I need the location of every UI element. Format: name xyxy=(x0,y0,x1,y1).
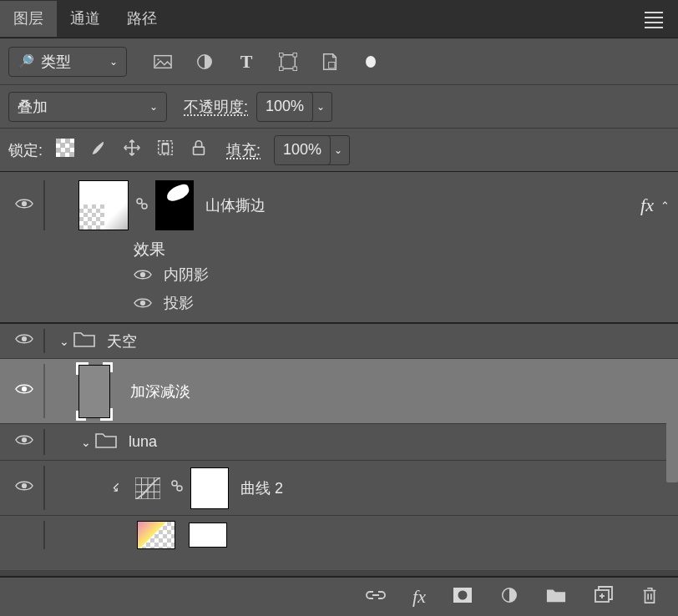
svg-rect-23 xyxy=(70,148,75,153)
opacity-value-field[interactable]: 100% xyxy=(256,92,313,122)
chevron-down-icon: ⌄ xyxy=(149,101,158,113)
folder-icon[interactable] xyxy=(95,431,117,453)
visibility-toggle-icon[interactable] xyxy=(134,268,152,281)
add-group-icon[interactable] xyxy=(546,586,566,608)
svg-rect-22 xyxy=(61,148,66,153)
filter-type-dropdown[interactable]: 🔍类型 ⌄ xyxy=(8,47,127,77)
svg-point-33 xyxy=(140,272,145,277)
lock-label: 锁定: xyxy=(8,140,43,160)
lock-transparent-icon[interactable] xyxy=(56,139,74,161)
visibility-toggle-icon[interactable] xyxy=(15,382,33,396)
svg-rect-7 xyxy=(293,66,297,70)
group-name[interactable]: 天空 xyxy=(107,331,137,351)
svg-point-49 xyxy=(458,590,468,599)
layer-mask-thumbnail[interactable] xyxy=(155,180,194,230)
visibility-toggle-icon[interactable] xyxy=(15,433,33,447)
svg-point-35 xyxy=(22,336,27,341)
blend-mode-dropdown[interactable]: 叠加 ⌄ xyxy=(8,92,167,122)
filter-smartobject-icon[interactable] xyxy=(319,53,341,71)
svg-rect-18 xyxy=(61,139,66,144)
filter-type-layer-icon[interactable]: T xyxy=(235,53,257,71)
svg-rect-16 xyxy=(61,153,66,158)
svg-rect-13 xyxy=(70,144,75,149)
svg-rect-21 xyxy=(65,144,70,149)
adjustment-curves-thumbnail[interactable] xyxy=(132,476,164,501)
svg-rect-20 xyxy=(56,144,61,149)
visibility-toggle-icon[interactable] xyxy=(134,296,152,310)
opacity-label[interactable]: 不透明度: xyxy=(184,97,248,117)
layer-mask-thumbnail[interactable] xyxy=(189,523,227,548)
add-layer-icon[interactable] xyxy=(593,586,613,608)
fill-chevron[interactable]: ⌄ xyxy=(327,135,350,165)
fx-collapse-chevron[interactable]: ⌃ xyxy=(660,199,670,212)
scrollbar-thumb[interactable] xyxy=(666,366,678,482)
lock-position-icon[interactable] xyxy=(123,139,141,161)
svg-rect-28 xyxy=(194,147,205,154)
filter-toggle-pill[interactable] xyxy=(361,53,376,71)
group-collapse-chevron[interactable]: ⌄ xyxy=(78,436,94,449)
svg-rect-10 xyxy=(56,139,61,144)
svg-rect-27 xyxy=(162,144,168,153)
lock-artboard-icon[interactable] xyxy=(156,139,175,161)
add-mask-icon[interactable] xyxy=(453,586,473,608)
fill-label[interactable]: 填充: xyxy=(226,140,261,160)
svg-point-29 xyxy=(22,200,27,205)
visibility-toggle-icon[interactable] xyxy=(15,479,33,492)
effect-inner-shadow[interactable]: 内阴影 xyxy=(164,265,209,285)
svg-rect-15 xyxy=(65,148,70,153)
fx-badge[interactable]: fx xyxy=(640,194,654,216)
tab-channels[interactable]: 通道 xyxy=(57,1,114,37)
svg-rect-19 xyxy=(70,139,75,144)
svg-line-32 xyxy=(141,203,143,204)
filter-type-label: 类型 xyxy=(41,52,71,72)
fill-value-field[interactable]: 100% xyxy=(274,135,331,165)
layer-thumbnail[interactable] xyxy=(78,365,110,418)
svg-rect-14 xyxy=(56,148,61,153)
lock-brush-icon[interactable] xyxy=(89,139,108,161)
link-icon[interactable] xyxy=(135,197,149,215)
svg-rect-25 xyxy=(65,153,70,158)
svg-rect-4 xyxy=(279,53,283,57)
panel-menu-icon[interactable] xyxy=(645,10,663,28)
link-layers-icon[interactable] xyxy=(366,586,386,608)
group-name[interactable]: luna xyxy=(129,433,157,451)
layer-thumbnail[interactable] xyxy=(78,180,129,230)
svg-point-36 xyxy=(22,386,27,391)
folder-icon[interactable] xyxy=(73,330,95,352)
svg-point-34 xyxy=(140,300,145,305)
layer-name[interactable]: 山体撕边 xyxy=(205,195,266,215)
opacity-chevron[interactable]: ⌄ xyxy=(310,92,332,122)
link-icon[interactable] xyxy=(170,479,184,497)
effect-drop-shadow[interactable]: 投影 xyxy=(164,293,194,313)
svg-rect-6 xyxy=(279,66,283,70)
layer-name[interactable]: 曲线 2 xyxy=(240,478,283,498)
svg-line-47 xyxy=(176,485,178,487)
fx-icon[interactable]: fx xyxy=(412,586,426,608)
add-adjustment-icon[interactable] xyxy=(499,586,519,608)
layer-thumbnail[interactable] xyxy=(137,521,175,549)
fx-header: 效果 xyxy=(0,239,678,260)
svg-point-38 xyxy=(22,483,27,488)
filter-pixel-icon[interactable] xyxy=(152,53,174,71)
blend-mode-value: 叠加 xyxy=(18,97,48,117)
svg-point-1 xyxy=(157,58,159,60)
tab-layers[interactable]: 图层 xyxy=(0,1,57,37)
layer-name[interactable]: 加深减淡 xyxy=(130,381,190,401)
svg-rect-5 xyxy=(293,53,297,57)
filter-adjustment-icon[interactable] xyxy=(194,53,215,71)
svg-rect-17 xyxy=(70,153,75,158)
layer-mask-thumbnail[interactable] xyxy=(190,467,229,509)
svg-rect-12 xyxy=(61,144,66,149)
group-collapse-chevron[interactable]: ⌄ xyxy=(57,335,72,348)
tab-paths[interactable]: 路径 xyxy=(114,1,170,37)
svg-point-37 xyxy=(22,437,27,442)
svg-rect-24 xyxy=(56,153,61,158)
svg-rect-11 xyxy=(65,139,70,144)
filter-shape-icon[interactable] xyxy=(277,53,299,71)
visibility-toggle-icon[interactable] xyxy=(15,197,33,210)
delete-icon[interactable] xyxy=(640,586,660,608)
lock-all-icon[interactable] xyxy=(190,139,208,161)
chevron-down-icon: ⌄ xyxy=(109,56,118,68)
svg-rect-0 xyxy=(154,55,171,68)
visibility-toggle-icon[interactable] xyxy=(15,332,33,346)
